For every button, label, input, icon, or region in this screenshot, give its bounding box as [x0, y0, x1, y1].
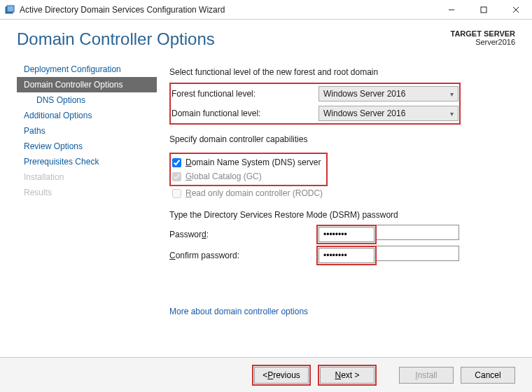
svg-rect-1 — [7, 6, 14, 12]
domain-level-label: Domain functional level: — [172, 108, 318, 118]
forest-level-value: Windows Server 2016 — [323, 89, 405, 99]
dsrm-text: Type the Directory Services Restore Mode… — [169, 210, 515, 220]
target-server-label: TARGET SERVER — [451, 29, 516, 38]
minimize-button[interactable] — [435, 0, 468, 20]
domain-level-value: Windows Server 2016 — [323, 108, 405, 118]
checkbox-gc-row: Global Catalog (GC) — [172, 169, 321, 183]
svg-rect-3 — [481, 7, 486, 13]
confirm-password-label: Confirm password: — [169, 251, 316, 260]
password-label: Password: — [169, 230, 316, 239]
nav-review-options[interactable]: Review Options — [17, 139, 157, 154]
close-button[interactable] — [500, 0, 532, 20]
functional-level-text: Select functional level of the new fores… — [169, 67, 515, 77]
page-header: Domain Controller Options TARGET SERVER … — [0, 20, 532, 60]
nav-additional-options[interactable]: Additional Options — [17, 108, 157, 123]
previous-button[interactable]: < Previous — [254, 367, 309, 384]
capabilities-text: Specify domain controller capabilities — [169, 134, 515, 144]
checkbox-rodc-row: Read only domain controller (RODC) — [169, 186, 515, 200]
install-button: Install — [399, 367, 454, 384]
main-content: Select functional level of the new fores… — [157, 60, 532, 322]
chevron-down-icon: ▾ — [450, 110, 454, 118]
password-input-ext[interactable] — [377, 225, 459, 240]
nav-dns-options[interactable]: DNS Options — [17, 92, 157, 108]
confirm-password-input[interactable] — [318, 248, 374, 263]
more-about-link[interactable]: More about domain controller options — [169, 307, 515, 316]
capabilities-group: Domain Name System (DNS) server Global C… — [169, 153, 328, 186]
nav-prerequisites-check[interactable]: Prerequisites Check — [17, 154, 157, 169]
page-title: Domain Controller Options — [17, 29, 215, 49]
next-button[interactable]: Next > — [320, 367, 374, 384]
nav-domain-controller-options[interactable]: Domain Controller Options — [17, 77, 157, 92]
wizard-footer: < Previous Next > Install Cancel — [0, 357, 532, 392]
window-title: Active Directory Domain Services Configu… — [20, 5, 435, 15]
forest-level-dropdown[interactable]: Windows Server 2016 ▾ — [318, 86, 458, 102]
forest-level-label: Forest functional level: — [172, 89, 318, 99]
checkbox-gc — [172, 172, 181, 181]
app-icon — [4, 4, 15, 15]
cancel-button[interactable]: Cancel — [461, 367, 515, 384]
maximize-button[interactable] — [468, 0, 500, 20]
sidebar-nav: Deployment Configuration Domain Controll… — [17, 60, 157, 322]
checkbox-dns-row[interactable]: Domain Name System (DNS) server — [172, 155, 321, 169]
nav-deployment-configuration[interactable]: Deployment Configuration — [17, 62, 157, 77]
domain-level-dropdown[interactable]: Windows Server 2016 ▾ — [318, 106, 458, 121]
confirm-password-input-ext[interactable] — [377, 246, 459, 261]
nav-paths[interactable]: Paths — [17, 123, 157, 139]
password-input[interactable] — [318, 227, 374, 242]
nav-results: Results — [17, 185, 157, 200]
checkbox-rodc — [172, 189, 181, 198]
target-server-value: Server2016 — [451, 38, 516, 46]
checkbox-dns[interactable] — [172, 158, 181, 167]
titlebar: Active Directory Domain Services Configu… — [0, 0, 532, 20]
target-server: TARGET SERVER Server2016 — [451, 29, 516, 46]
nav-installation: Installation — [17, 169, 157, 185]
chevron-down-icon: ▾ — [450, 90, 454, 98]
